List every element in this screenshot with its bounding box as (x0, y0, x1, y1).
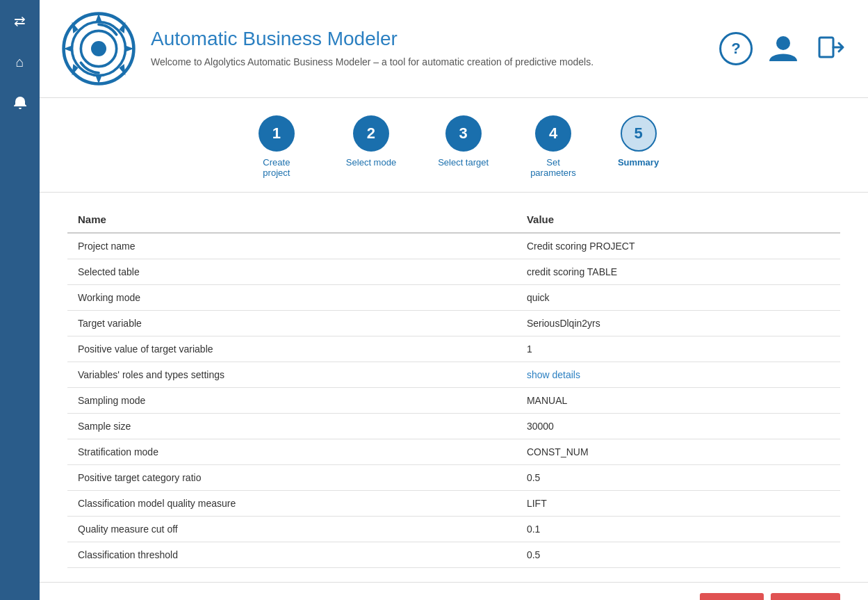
row-name-cell: Quality measure cut off (67, 517, 516, 542)
sidebar: ⇄ ⌂ (0, 0, 40, 600)
table-row: Project nameCredit scoring PROJECT (67, 233, 840, 259)
step-2-circle: 2 (353, 115, 389, 152)
step-1-circle: 1 (259, 115, 295, 152)
summary-table-container: Name Value Project nameCredit scoring PR… (40, 193, 868, 582)
step-5-label: Summary (618, 157, 659, 168)
row-value-cell: 0.5 (516, 465, 840, 491)
transfer-icon[interactable]: ⇄ (8, 7, 31, 35)
table-row: Quality measure cut off0.1 (67, 517, 840, 542)
table-row: Classification model quality measureLIFT (67, 491, 840, 517)
step-3-label: Select target (438, 157, 489, 168)
row-name-cell: Stratification mode (67, 439, 516, 465)
logout-icon[interactable] (814, 31, 847, 67)
logo (60, 10, 137, 87)
steps-wizard: 1 Create project 2 Select mode 3 Select … (40, 98, 868, 193)
header-actions: ? (719, 31, 847, 67)
step-3-circle: 3 (445, 115, 482, 152)
row-name-cell: Sampling mode (67, 388, 516, 414)
row-value-cell: 0.5 (516, 542, 840, 568)
step-4-label: Setparameters (530, 157, 576, 178)
row-name-cell: Classification model quality measure (67, 491, 516, 517)
finish-button[interactable]: Finish (771, 593, 840, 600)
row-name-cell: Working mode (67, 285, 516, 311)
svg-point-3 (91, 41, 106, 56)
help-icon[interactable]: ? (719, 32, 753, 65)
svg-rect-5 (819, 38, 833, 57)
row-name-cell: Target variable (67, 311, 516, 337)
table-row: Target variableSeriousDlqin2yrs (67, 311, 840, 337)
col-name-header: Name (67, 206, 516, 233)
table-row: Sample size30000 (67, 414, 840, 439)
row-name-cell: Sample size (67, 414, 516, 439)
table-row: Positive value of target variable1 (67, 337, 840, 362)
step-3[interactable]: 3 Select target (438, 115, 489, 168)
table-row: Sampling modeMANUAL (67, 388, 840, 414)
table-row: Working modequick (67, 285, 840, 311)
table-row: Positive target category ratio0.5 (67, 465, 840, 491)
home-icon[interactable]: ⌂ (10, 49, 29, 76)
header-text-block: Automatic Business Modeler Welcome to Al… (151, 28, 719, 70)
row-name-cell: Classification threshold (67, 542, 516, 568)
row-value-cell: Credit scoring PROJECT (516, 233, 840, 259)
table-row: Classification threshold0.5 (67, 542, 840, 568)
svg-point-4 (776, 36, 790, 50)
step-5[interactable]: 5 Summary (618, 115, 659, 168)
row-value-cell: credit scoring TABLE (516, 259, 840, 285)
back-button[interactable]: Back (700, 593, 764, 600)
row-value-cell: 30000 (516, 414, 840, 439)
step-4[interactable]: 4 Setparameters (530, 115, 576, 178)
step-4-circle: 4 (535, 115, 571, 152)
step-2[interactable]: 2 Select mode (346, 115, 396, 168)
row-value-cell: 1 (516, 337, 840, 362)
row-name-cell: Positive value of target variable (67, 337, 516, 362)
row-value-cell: 0.1 (516, 517, 840, 542)
header: Automatic Business Modeler Welcome to Al… (40, 0, 868, 98)
step-1[interactable]: 1 Create project (249, 115, 304, 178)
row-name-cell: Project name (67, 233, 516, 259)
row-name-cell: Positive target category ratio (67, 465, 516, 491)
footer: Back Finish (40, 582, 868, 600)
row-value-cell: MANUAL (516, 388, 840, 414)
app-title: Automatic Business Modeler (151, 28, 719, 50)
table-row: Variables' roles and types settingsshow … (67, 362, 840, 388)
row-value-cell: LIFT (516, 491, 840, 517)
app-subtitle: Welcome to Algolytics Automatic Business… (151, 56, 719, 70)
step-2-label: Select mode (346, 157, 396, 168)
step-5-circle: 5 (621, 115, 657, 152)
table-row: Selected tablecredit scoring TABLE (67, 259, 840, 285)
row-value-cell[interactable]: show details (516, 362, 840, 388)
summary-table: Name Value Project nameCredit scoring PR… (67, 206, 840, 568)
show-details-link[interactable]: show details (527, 369, 580, 380)
step-1-label: Create project (249, 157, 304, 178)
row-name-cell: Variables' roles and types settings (67, 362, 516, 388)
row-value-cell: quick (516, 285, 840, 311)
row-value-cell: CONST_NUM (516, 439, 840, 465)
user-icon[interactable] (767, 31, 800, 67)
notifications-icon[interactable] (7, 90, 33, 120)
row-value-cell: SeriousDlqin2yrs (516, 311, 840, 337)
col-value-header: Value (516, 206, 840, 233)
row-name-cell: Selected table (67, 259, 516, 285)
main-content: Automatic Business Modeler Welcome to Al… (40, 0, 868, 600)
table-row: Stratification modeCONST_NUM (67, 439, 840, 465)
